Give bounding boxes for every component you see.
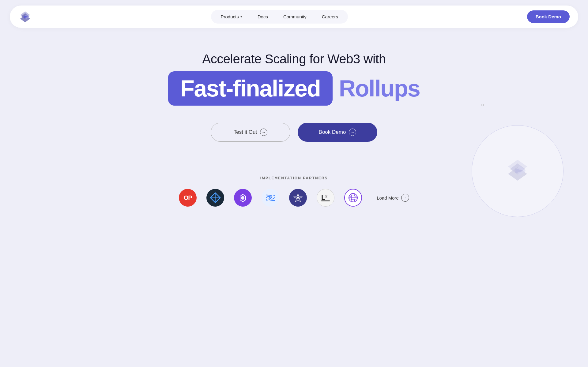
products-label: Products [221, 14, 239, 19]
alloy-logo-svg [209, 192, 221, 204]
deco-circle [472, 125, 564, 217]
svg-text:2: 2 [325, 194, 327, 198]
deco-dot [481, 104, 484, 106]
partners-row: OP [179, 189, 409, 207]
worldcoin-logo-svg [348, 193, 358, 203]
community-label: Community [283, 14, 307, 19]
partner-worldcoin[interactable] [344, 189, 362, 207]
hero-subtitle: Accelerate Scaling for Web3 with [202, 52, 386, 66]
test-it-out-label: Test it Out [234, 129, 257, 135]
load-more-label: Load More [377, 195, 399, 200]
book-demo-hero-button[interactable]: Book Demo → [298, 123, 377, 142]
4337-logo-svg [293, 193, 303, 203]
nav-community[interactable]: Community [277, 12, 313, 22]
nav-links: Products ▾ Docs Community Careers [211, 10, 348, 24]
lattice-logo-svg: L 2 [320, 192, 331, 204]
chevron-down-icon: ▾ [240, 15, 242, 19]
svg-marker-17 [266, 199, 268, 200]
partners-label: IMPLEMENTATION PARTNERS [260, 176, 328, 180]
partner-hop[interactable] [262, 189, 279, 207]
nav-docs[interactable]: Docs [251, 12, 275, 22]
navbar: Products ▾ Docs Community Careers Book D… [10, 6, 578, 28]
nav-products[interactable]: Products ▾ [214, 12, 249, 22]
arrow-right-icon: → [260, 129, 267, 136]
brand-logo [18, 10, 32, 24]
polygon-logo-svg [238, 193, 248, 203]
careers-label: Careers [322, 14, 338, 19]
hero-badge-text: Fast-finalized [180, 75, 321, 101]
partner-optimism[interactable]: OP [179, 189, 197, 207]
hero-title-row: Fast-finalized Rollups [168, 71, 420, 106]
load-more-button[interactable]: Load More → [377, 194, 409, 202]
partner-4337[interactable] [289, 189, 307, 207]
book-demo-hero-label: Book Demo [319, 129, 346, 135]
book-demo-nav-button[interactable]: Book Demo [527, 10, 570, 23]
hop-logo-svg [265, 192, 276, 204]
test-it-out-button[interactable]: Test it Out → [211, 123, 290, 142]
hero-rollups-text: Rollups [339, 77, 420, 100]
deco-brand-logo [504, 157, 531, 185]
svg-rect-23 [321, 200, 330, 201]
docs-label: Docs [258, 14, 268, 19]
navbar-wrapper: Products ▾ Docs Community Careers Book D… [0, 0, 588, 33]
hero-badge: Fast-finalized [168, 71, 333, 106]
hero-section: Accelerate Scaling for Web3 with Fast-fi… [0, 33, 588, 176]
partner-alloy[interactable] [206, 189, 224, 207]
nav-careers[interactable]: Careers [315, 12, 345, 22]
svg-marker-16 [273, 195, 275, 197]
arrow-right-icon-2: → [349, 129, 356, 136]
partner-lattice[interactable]: L 2 [317, 189, 334, 207]
logo-area[interactable] [18, 10, 32, 24]
svg-text:L: L [321, 194, 325, 201]
load-more-arrow-icon: → [401, 194, 409, 202]
cta-row: Test it Out → Book Demo → [211, 123, 377, 142]
optimism-logo: OP [184, 194, 192, 201]
partner-polygon[interactable] [234, 189, 252, 207]
